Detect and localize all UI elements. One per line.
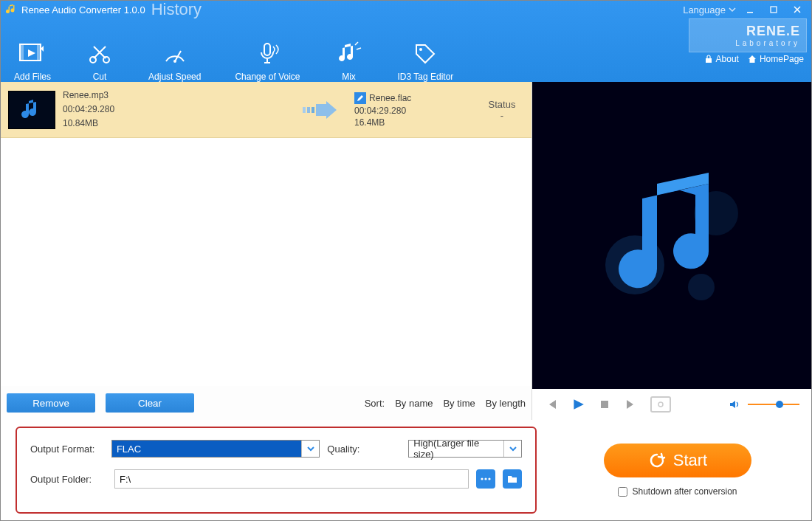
svg-point-19 <box>481 477 483 480</box>
browse-folder-button[interactable] <box>503 469 522 489</box>
adjust-speed-button[interactable]: Adjust Speed <box>148 39 201 82</box>
volume-slider-thumb[interactable] <box>776 401 783 408</box>
app-window: Renee Audio Converter 1.0.0 History Lang… <box>0 0 812 521</box>
content-area: Renee.mp3 00:04:29.280 10.84MB <box>1 82 811 420</box>
svg-rect-17 <box>601 401 608 408</box>
sort-by-time[interactable]: By time <box>443 398 475 409</box>
prev-button[interactable] <box>544 397 559 412</box>
home-icon <box>748 55 757 63</box>
destination-filesize: 16.4MB <box>354 117 472 128</box>
arrow-icon <box>301 99 338 121</box>
shutdown-label: Shutdown after conversion <box>632 486 737 497</box>
next-button[interactable] <box>624 397 639 412</box>
source-meta: Renee.mp3 00:04:29.280 10.84MB <box>63 89 114 129</box>
status-value: - <box>480 110 524 121</box>
output-format-value: FLAC <box>112 441 301 457</box>
music-mix-icon <box>334 39 364 69</box>
app-icon <box>5 4 17 15</box>
language-label: Language <box>683 4 726 15</box>
film-add-icon <box>18 39 47 69</box>
preview-panel <box>532 82 811 420</box>
bottom-panel: Output Format: FLAC Quality: High(Larger… <box>1 420 811 520</box>
volume-slider[interactable] <box>748 404 799 405</box>
more-options-button[interactable] <box>476 469 495 489</box>
snapshot-button[interactable] <box>650 396 671 413</box>
source-duration: 00:04:29.280 <box>63 103 114 116</box>
chevron-down-icon <box>503 441 521 457</box>
language-dropdown[interactable]: Language <box>683 4 736 15</box>
shutdown-checkbox[interactable] <box>618 487 627 497</box>
stop-button[interactable] <box>597 397 612 412</box>
source-filesize: 10.84MB <box>63 117 114 130</box>
output-format-dropdown[interactable]: FLAC <box>111 440 320 458</box>
output-format-label: Output Format: <box>30 444 104 455</box>
file-list-panel: Renee.mp3 00:04:29.280 10.84MB <box>1 82 532 420</box>
change-voice-button[interactable]: Change of Voice <box>235 39 300 82</box>
mix-button[interactable]: Mix <box>334 39 364 82</box>
play-button[interactable] <box>571 397 585 412</box>
microphone-icon <box>252 39 282 69</box>
svg-point-7 <box>103 57 109 63</box>
history-link[interactable]: History <box>151 0 202 19</box>
quality-value: High(Larger file size) <box>409 441 503 457</box>
source-filename: Renee.mp3 <box>63 89 114 102</box>
chevron-down-icon <box>729 6 736 13</box>
branding-badge: RENE.E Laboratory <box>689 18 807 52</box>
destination-filename: Renee.flac <box>369 93 411 103</box>
shutdown-checkbox-row[interactable]: Shutdown after conversion <box>618 486 737 497</box>
sort-by-name[interactable]: By name <box>395 398 433 409</box>
remove-button[interactable]: Remove <box>7 393 95 413</box>
status-header: Status <box>480 99 524 110</box>
conversion-item[interactable]: Renee.mp3 00:04:29.280 10.84MB <box>1 82 531 138</box>
cut-button[interactable]: Cut <box>85 39 114 82</box>
homepage-link[interactable]: HomePage <box>748 54 804 64</box>
sort-by-length[interactable]: By length <box>486 398 526 409</box>
quality-label: Quality: <box>327 444 401 455</box>
about-link[interactable]: About <box>704 54 739 64</box>
scissors-icon <box>85 39 114 69</box>
svg-rect-5 <box>37 44 41 61</box>
svg-rect-11 <box>303 107 306 113</box>
svg-rect-13 <box>312 107 314 113</box>
svg-rect-9 <box>264 44 270 55</box>
start-button-label: Start <box>673 451 707 470</box>
output-settings-panel: Output Format: FLAC Quality: High(Larger… <box>16 427 537 514</box>
add-files-button[interactable]: Add Files <box>14 39 51 82</box>
svg-rect-0 <box>747 12 753 13</box>
svg-rect-1 <box>771 7 777 13</box>
svg-rect-12 <box>307 107 310 113</box>
item-thumbnail <box>8 91 55 129</box>
output-folder-label: Output Folder: <box>30 474 107 485</box>
maximize-button[interactable] <box>764 3 783 16</box>
header: Renee Audio Converter 1.0.0 History Lang… <box>1 1 811 82</box>
lock-icon <box>704 55 713 63</box>
preview-display <box>532 82 811 389</box>
brand-sub: Laboratory <box>735 39 800 47</box>
destination-meta: Renee.flac 00:04:29.280 16.4MB <box>354 92 472 128</box>
id3-tag-editor-button[interactable]: ID3 Tag Editor <box>398 39 454 82</box>
svg-point-6 <box>90 57 96 63</box>
clear-button[interactable]: Clear <box>106 393 194 413</box>
minimize-button[interactable] <box>740 3 760 16</box>
svg-point-10 <box>419 48 422 51</box>
destination-duration: 00:04:29.280 <box>354 106 472 116</box>
svg-rect-4 <box>20 44 24 61</box>
svg-point-20 <box>484 477 486 480</box>
brand-name: RENE.E <box>735 24 800 39</box>
volume-icon[interactable] <box>727 397 742 412</box>
chevron-down-icon <box>301 441 319 457</box>
start-button[interactable]: Start <box>604 444 751 477</box>
app-title: Renee Audio Converter 1.0.0 <box>21 4 145 15</box>
rename-icon[interactable] <box>354 92 366 104</box>
output-folder-input[interactable] <box>114 469 469 489</box>
svg-point-16 <box>688 274 715 300</box>
list-controls: Remove Clear Sort: By name By time By le… <box>1 386 531 420</box>
tag-icon <box>410 39 440 69</box>
svg-point-21 <box>488 477 490 480</box>
quality-dropdown[interactable]: High(Larger file size) <box>408 440 522 458</box>
status-column: Status - <box>480 99 524 121</box>
close-button[interactable] <box>788 3 807 16</box>
player-controls <box>532 389 811 420</box>
gauge-icon <box>160 39 190 69</box>
svg-rect-2 <box>706 58 712 63</box>
